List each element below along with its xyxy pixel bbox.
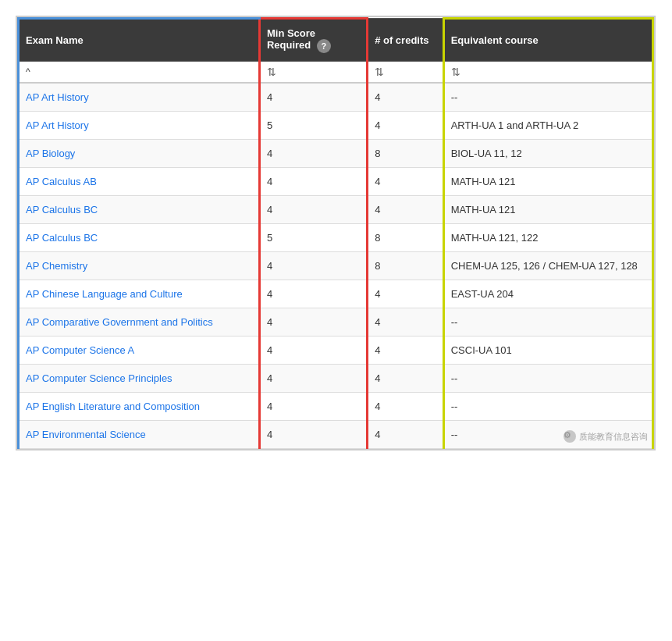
table-row: AP Chinese Language and Culture44EAST-UA… [19,280,653,308]
exam-name-link[interactable]: AP Chemistry [26,260,87,272]
sort-controls-row: ^ ⇅ ⇅ ⇅ [19,62,653,84]
exam-name-cell: AP Chinese Language and Culture [19,280,260,308]
credits-sort-cell[interactable]: ⇅ [368,62,444,84]
credits-cell: 8 [368,224,444,252]
table-row: AP Art History54ARTH-UA 1 and ARTH-UA 2 [19,112,653,140]
exam-name-link[interactable]: AP Chinese Language and Culture [26,288,183,300]
min-score-cell: 4 [259,393,367,421]
equivalent-cell: -- [443,83,652,112]
exam-sort-icon[interactable]: ^ [26,66,30,77]
exam-name-header: Exam Name [19,19,260,62]
equivalent-cell: MATH-UA 121 [443,196,652,224]
equiv-sort-icon[interactable]: ⇅ [451,66,460,78]
exam-name-cell: AP Calculus AB [19,168,260,196]
min-score-cell: 4 [259,280,367,308]
exam-name-link[interactable]: AP Calculus AB [26,176,97,187]
credits-cell: 4 [368,280,444,308]
table-row: AP Chemistry48CHEM-UA 125, 126 / CHEM-UA… [19,252,653,280]
equivalent-cell: ARTH-UA 1 and ARTH-UA 2 [443,112,652,140]
equivalent-cell: MATH-UA 121 [443,168,652,196]
min-score-cell: 4 [259,421,367,449]
exam-name-cell: AP Computer Science A [19,337,260,365]
min-score-cell: 5 [259,112,367,140]
table-row: AP Computer Science A44CSCI-UA 101 [19,337,653,365]
exam-name-link[interactable]: AP Comparative Government and Politics [26,316,213,328]
table-row: AP English Literature and Composition44-… [19,393,653,421]
equivalent-cell: MATH-UA 121, 122 [443,224,652,252]
min-score-info-badge[interactable]: ? [317,39,331,53]
min-score-cell: 4 [259,365,367,393]
table-row: AP Computer Science Principles44-- [19,365,653,393]
exam-name-cell: AP Biology [19,140,260,168]
min-score-cell: 5 [259,224,367,252]
table-row: AP Calculus BC44MATH-UA 121 [19,196,653,224]
table-row: AP Environmental Science44-- [19,421,653,449]
table-header-row: Exam Name Min Score Required ? # of cred… [19,19,653,62]
credits-cell: 8 [368,252,444,280]
credits-cell: 4 [368,83,444,112]
exam-name-cell: AP Comparative Government and Politics [19,308,260,337]
equivalent-cell: -- [443,365,652,393]
table-row: AP Calculus BC58MATH-UA 121, 122 [19,224,653,252]
credits-header: # of credits [368,19,444,62]
exam-name-link[interactable]: AP Art History [26,91,89,103]
credits-cell: 4 [368,337,444,365]
exam-name-cell: AP Art History [19,112,260,140]
exam-name-cell: AP Calculus BC [19,196,260,224]
exam-name-link[interactable]: AP Environmental Science [26,429,146,440]
exam-sort-cell[interactable]: ^ [19,62,260,84]
equiv-sort-cell[interactable]: ⇅ [443,62,652,84]
min-score-cell: 4 [259,337,367,365]
credits-cell: 4 [368,196,444,224]
table-row: AP Biology48BIOL-UA 11, 12 [19,140,653,168]
score-sort-icon[interactable]: ⇅ [267,66,276,78]
min-score-cell: 4 [259,83,367,112]
exam-name-cell: AP Environmental Science [19,421,260,449]
exam-name-cell: AP English Literature and Composition [19,393,260,421]
exam-name-link[interactable]: AP Computer Science A [26,344,134,356]
credits-cell: 4 [368,112,444,140]
credits-cell: 4 [368,421,444,449]
credits-cell: 4 [368,365,444,393]
exam-name-link[interactable]: AP Computer Science Principles [26,372,172,384]
score-sort-cell[interactable]: ⇅ [259,62,367,84]
ap-credits-table: Exam Name Min Score Required ? # of cred… [16,16,656,450]
table-row: AP Art History44-- [19,83,653,112]
exam-name-cell: AP Computer Science Principles [19,365,260,393]
exam-name-link[interactable]: AP Biology [26,148,75,159]
credits-cell: 4 [368,308,444,337]
credits-sort-icon[interactable]: ⇅ [375,66,384,78]
equivalent-cell: CSCI-UA 101 [443,337,652,365]
equivalent-cell: -- [443,421,652,449]
min-score-cell: 4 [259,308,367,337]
equivalent-cell: CHEM-UA 125, 126 / CHEM-UA 127, 128 [443,252,652,280]
exam-name-link[interactable]: AP Art History [26,119,89,131]
min-score-cell: 4 [259,140,367,168]
equivalent-cell: BIOL-UA 11, 12 [443,140,652,168]
exam-name-link[interactable]: AP Calculus BC [26,204,98,215]
exam-name-link[interactable]: AP Calculus BC [26,232,98,244]
min-score-cell: 4 [259,252,367,280]
equivalent-course-header: Equivalent course [443,19,652,62]
min-score-cell: 4 [259,168,367,196]
exam-name-cell: AP Chemistry [19,252,260,280]
equivalent-cell: -- [443,393,652,421]
exam-name-link[interactable]: AP English Literature and Composition [26,401,200,412]
credits-cell: 4 [368,168,444,196]
exam-name-cell: AP Art History [19,83,260,112]
credits-cell: 8 [368,140,444,168]
equivalent-cell: -- [443,308,652,337]
table-row: AP Comparative Government and Politics44… [19,308,653,337]
min-score-header: Min Score Required ? [259,19,367,62]
equivalent-cell: EAST-UA 204 [443,280,652,308]
min-score-cell: 4 [259,196,367,224]
exam-name-cell: AP Calculus BC [19,224,260,252]
table-row: AP Calculus AB44MATH-UA 121 [19,168,653,196]
credits-cell: 4 [368,393,444,421]
